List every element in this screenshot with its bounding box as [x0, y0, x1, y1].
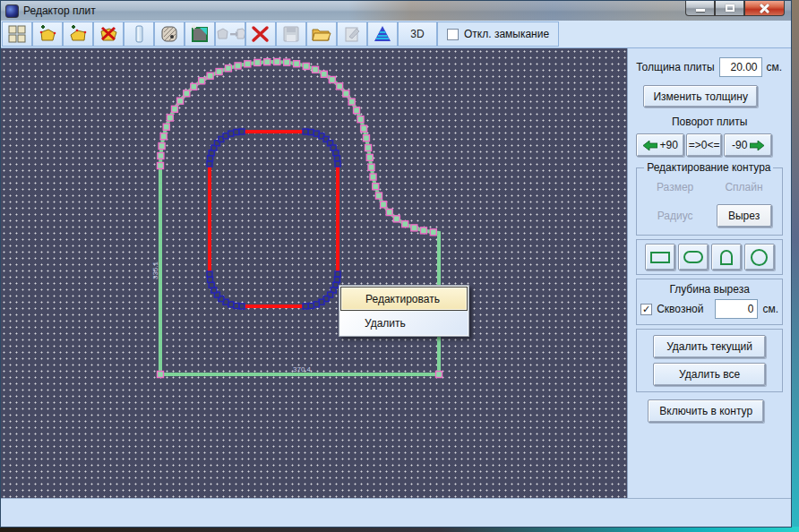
app-window: Редактор плит	[0, 0, 792, 528]
drawing-canvas[interactable]: 370.4 335.1 Редактировать Удалить	[1, 48, 628, 498]
context-menu: Редактировать Удалить	[339, 285, 469, 337]
closure-toggle[interactable]: Откл. замыкание	[437, 21, 559, 47]
corner-cut-icon	[190, 24, 210, 44]
column-button[interactable]	[124, 21, 154, 47]
include-contour-button[interactable]: Включить в контур	[648, 399, 764, 423]
close-button[interactable]	[744, 1, 785, 16]
rotation-label: Поворот плиты	[636, 116, 783, 128]
dimension-bottom: 370.4	[293, 365, 312, 373]
open-folder-icon	[311, 24, 332, 44]
minimize-button[interactable]	[685, 1, 715, 16]
open-folder-button[interactable]	[306, 21, 337, 47]
shape-circle-button[interactable]	[744, 244, 775, 270]
edit-icon	[342, 24, 362, 44]
cut-shape-frame	[636, 239, 783, 275]
change-thickness-button[interactable]: Изменить толщину	[643, 85, 758, 107]
thickness-input[interactable]	[719, 57, 762, 77]
stadium-icon	[683, 251, 703, 263]
delete-buttons-frame: Удалить текущий Удалить все	[636, 329, 783, 392]
window-controls	[685, 1, 785, 16]
pyramid-icon	[373, 24, 392, 44]
context-menu-item-edit[interactable]: Редактировать	[340, 287, 468, 311]
copy-plate-button	[215, 21, 245, 47]
shape-rectangle-button[interactable]	[645, 244, 675, 270]
size-button: Размер	[657, 181, 693, 193]
cut-rectangle[interactable]	[210, 132, 338, 306]
toolbar: 3D Откл. замыкание	[1, 21, 791, 48]
rotate-minus90-button[interactable]: -90	[724, 133, 772, 157]
app-icon	[5, 4, 19, 18]
new-plate-button[interactable]	[32, 21, 63, 47]
cut-handles[interactable]	[207, 129, 340, 309]
cut-button[interactable]: Вырез	[717, 204, 772, 227]
title-bar[interactable]: Редактор плит	[1, 1, 791, 21]
rectangle-icon	[650, 252, 670, 263]
delete-contour-button[interactable]	[245, 21, 276, 47]
closure-checkbox[interactable]	[447, 29, 459, 40]
cut-depth-group: Глубина выреза ✓ Сквозной см.	[636, 279, 783, 325]
maximize-icon	[726, 4, 735, 12]
save-icon	[281, 24, 301, 44]
depth-unit: см.	[762, 303, 778, 315]
copy-plate-icon	[216, 24, 245, 44]
column-icon	[129, 24, 149, 44]
delete-plate-button[interactable]	[93, 21, 124, 47]
canvas-svg: 370.4 335.1	[1, 48, 645, 498]
delete-all-button[interactable]: Удалить все	[653, 363, 766, 386]
maximize-button[interactable]	[715, 1, 744, 16]
radius-button: Радиус	[657, 210, 693, 222]
new-plate-icon	[38, 24, 57, 44]
shape-stadium-button[interactable]	[678, 244, 709, 270]
rotate-plus90-label: +90	[660, 139, 678, 151]
thickness-unit: см.	[767, 61, 783, 73]
context-menu-item-delete[interactable]: Удалить	[340, 311, 468, 335]
through-label: Сквозной	[657, 303, 703, 315]
delete-plate-icon	[99, 24, 118, 44]
cut-depth-title: Глубина выреза	[640, 283, 778, 296]
edit-button	[337, 21, 367, 47]
add-plate-icon	[68, 24, 88, 44]
thickness-label: Толщина плиты	[636, 61, 714, 73]
shape-arch-button[interactable]	[711, 244, 742, 270]
delete-contour-icon	[251, 24, 271, 44]
closure-label: Откл. замыкание	[464, 28, 549, 40]
spline-button: Сплайн	[725, 181, 762, 193]
contour-edit-group: Редактирование контура Размер Сплайн Рад…	[636, 167, 783, 236]
pyramid-button[interactable]	[367, 21, 398, 47]
hole-icon	[159, 24, 179, 44]
contour-edit-group-title: Редактирование контура	[644, 161, 773, 174]
tiles-icon	[7, 24, 27, 44]
depth-input[interactable]	[715, 299, 758, 319]
tiles-button[interactable]	[2, 21, 32, 47]
status-bar	[1, 498, 791, 527]
delete-current-button[interactable]: Удалить текущий	[653, 335, 766, 358]
main-area: 370.4 335.1 Редактировать Удалить Толщин…	[1, 48, 791, 498]
dimension-left: 335.1	[151, 261, 159, 279]
arrow-right-icon	[750, 141, 764, 150]
arch-icon	[720, 250, 733, 265]
toolbar-filler	[559, 21, 791, 47]
circle-icon	[751, 249, 768, 266]
view-3d-button[interactable]: 3D	[398, 21, 437, 47]
minimize-icon	[696, 9, 705, 12]
rotate-zero-button[interactable]: =>0<=	[686, 133, 722, 157]
window-title: Редактор плит	[23, 4, 96, 17]
save-button	[276, 21, 306, 47]
rotate-minus90-label: -90	[732, 139, 747, 151]
hole-button[interactable]	[154, 21, 185, 47]
right-panel: Толщина плиты см. Изменить толщину Повор…	[628, 48, 791, 498]
close-icon	[760, 4, 769, 13]
add-plate-button[interactable]	[63, 21, 93, 47]
corner-cut-button[interactable]	[185, 21, 215, 47]
